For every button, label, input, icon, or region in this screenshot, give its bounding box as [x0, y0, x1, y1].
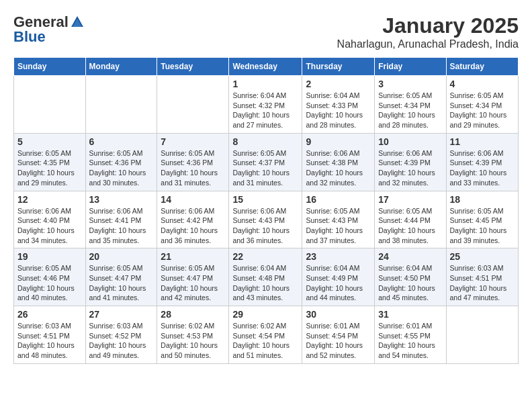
- calendar-cell: 30Sunrise: 6:01 AM Sunset: 4:54 PM Dayli…: [302, 306, 375, 364]
- day-info: Sunrise: 6:05 AM Sunset: 4:47 PM Dayligh…: [161, 263, 225, 303]
- day-info: Sunrise: 6:03 AM Sunset: 4:52 PM Dayligh…: [89, 321, 154, 361]
- day-info: Sunrise: 6:05 AM Sunset: 4:43 PM Dayligh…: [306, 206, 371, 246]
- calendar-cell: 25Sunrise: 6:03 AM Sunset: 4:51 PM Dayli…: [446, 248, 519, 306]
- calendar-cell: 9Sunrise: 6:06 AM Sunset: 4:38 PM Daylig…: [302, 133, 375, 191]
- logo-icon: [70, 15, 85, 30]
- day-info: Sunrise: 6:05 AM Sunset: 4:36 PM Dayligh…: [161, 148, 225, 188]
- calendar-cell: 3Sunrise: 6:05 AM Sunset: 4:34 PM Daylig…: [375, 76, 446, 134]
- calendar-cell: 26Sunrise: 6:03 AM Sunset: 4:51 PM Dayli…: [14, 306, 86, 364]
- week-row-2: 5Sunrise: 6:05 AM Sunset: 4:35 PM Daylig…: [14, 133, 519, 191]
- calendar-cell: 7Sunrise: 6:05 AM Sunset: 4:36 PM Daylig…: [157, 133, 229, 191]
- calendar-cell: 15Sunrise: 6:06 AM Sunset: 4:43 PM Dayli…: [229, 191, 302, 248]
- day-number: 20: [89, 251, 154, 262]
- calendar-cell: 6Sunrise: 6:05 AM Sunset: 4:36 PM Daylig…: [85, 133, 157, 191]
- day-header-thursday: Thursday: [302, 58, 375, 76]
- logo-blue-text: Blue: [13, 28, 46, 46]
- day-info: Sunrise: 6:04 AM Sunset: 4:33 PM Dayligh…: [306, 91, 371, 130]
- calendar-cell: 4Sunrise: 6:05 AM Sunset: 4:34 PM Daylig…: [446, 76, 519, 134]
- day-number: 16: [306, 194, 371, 205]
- day-number: 1: [232, 79, 298, 89]
- day-info: Sunrise: 6:06 AM Sunset: 4:40 PM Dayligh…: [17, 206, 82, 246]
- title-section: January 2025 Naharlagun, Arunachal Prade…: [337, 13, 519, 50]
- calendar-cell: [85, 76, 157, 134]
- day-number: 23: [306, 251, 371, 262]
- day-number: 26: [17, 309, 82, 320]
- calendar-cell: 18Sunrise: 6:05 AM Sunset: 4:45 PM Dayli…: [446, 191, 519, 248]
- day-number: 28: [161, 309, 225, 320]
- day-info: Sunrise: 6:05 AM Sunset: 4:47 PM Dayligh…: [89, 263, 154, 303]
- calendar-cell: 11Sunrise: 6:06 AM Sunset: 4:39 PM Dayli…: [446, 133, 519, 191]
- day-info: Sunrise: 6:02 AM Sunset: 4:53 PM Dayligh…: [161, 321, 225, 361]
- week-row-1: 1Sunrise: 6:04 AM Sunset: 4:32 PM Daylig…: [14, 76, 519, 134]
- calendar-cell: 14Sunrise: 6:06 AM Sunset: 4:42 PM Dayli…: [157, 191, 229, 248]
- calendar-cell: 29Sunrise: 6:02 AM Sunset: 4:54 PM Dayli…: [229, 306, 302, 364]
- day-number: 31: [378, 309, 442, 320]
- day-info: Sunrise: 6:03 AM Sunset: 4:51 PM Dayligh…: [17, 321, 82, 361]
- calendar-cell: 22Sunrise: 6:04 AM Sunset: 4:48 PM Dayli…: [229, 248, 302, 306]
- day-number: 18: [450, 194, 515, 205]
- day-number: 15: [232, 194, 298, 205]
- calendar-subtitle: Naharlagun, Arunachal Pradesh, India: [337, 38, 519, 50]
- day-number: 29: [232, 309, 298, 320]
- day-number: 14: [161, 194, 225, 205]
- page-header: General Blue January 2025 Naharlagun, Ar…: [13, 13, 519, 50]
- day-number: 11: [450, 136, 515, 147]
- day-info: Sunrise: 6:05 AM Sunset: 4:37 PM Dayligh…: [232, 148, 298, 188]
- day-info: Sunrise: 6:05 AM Sunset: 4:45 PM Dayligh…: [450, 206, 515, 246]
- calendar-cell: [446, 306, 519, 364]
- day-info: Sunrise: 6:05 AM Sunset: 4:34 PM Dayligh…: [378, 91, 442, 130]
- calendar-cell: 13Sunrise: 6:06 AM Sunset: 4:41 PM Dayli…: [85, 191, 157, 248]
- calendar-cell: 8Sunrise: 6:05 AM Sunset: 4:37 PM Daylig…: [229, 133, 302, 191]
- week-row-3: 12Sunrise: 6:06 AM Sunset: 4:40 PM Dayli…: [14, 191, 519, 248]
- calendar-cell: 16Sunrise: 6:05 AM Sunset: 4:43 PM Dayli…: [302, 191, 375, 248]
- day-info: Sunrise: 6:06 AM Sunset: 4:42 PM Dayligh…: [161, 206, 225, 246]
- calendar-title: January 2025: [337, 13, 519, 38]
- day-number: 25: [450, 251, 515, 262]
- calendar-cell: 27Sunrise: 6:03 AM Sunset: 4:52 PM Dayli…: [85, 306, 157, 364]
- logo: General Blue: [13, 13, 85, 46]
- day-number: 30: [306, 309, 371, 320]
- day-header-monday: Monday: [85, 58, 157, 76]
- week-row-4: 19Sunrise: 6:05 AM Sunset: 4:46 PM Dayli…: [14, 248, 519, 306]
- day-number: 5: [17, 136, 82, 147]
- day-info: Sunrise: 6:06 AM Sunset: 4:38 PM Dayligh…: [306, 148, 371, 188]
- day-number: 19: [17, 251, 82, 262]
- day-info: Sunrise: 6:05 AM Sunset: 4:44 PM Dayligh…: [378, 206, 442, 246]
- day-info: Sunrise: 6:01 AM Sunset: 4:55 PM Dayligh…: [378, 321, 442, 361]
- day-header-wednesday: Wednesday: [229, 58, 302, 76]
- day-number: 22: [232, 251, 298, 262]
- day-info: Sunrise: 6:04 AM Sunset: 4:50 PM Dayligh…: [378, 263, 442, 303]
- calendar-cell: 17Sunrise: 6:05 AM Sunset: 4:44 PM Dayli…: [375, 191, 446, 248]
- day-info: Sunrise: 6:03 AM Sunset: 4:51 PM Dayligh…: [450, 263, 515, 303]
- calendar-cell: 24Sunrise: 6:04 AM Sunset: 4:50 PM Dayli…: [375, 248, 446, 306]
- calendar-cell: 1Sunrise: 6:04 AM Sunset: 4:32 PM Daylig…: [229, 76, 302, 134]
- day-info: Sunrise: 6:04 AM Sunset: 4:32 PM Dayligh…: [232, 91, 298, 130]
- day-header-friday: Friday: [375, 58, 446, 76]
- calendar-cell: 21Sunrise: 6:05 AM Sunset: 4:47 PM Dayli…: [157, 248, 229, 306]
- day-number: 8: [232, 136, 298, 147]
- day-number: 6: [89, 136, 154, 147]
- day-header-sunday: Sunday: [14, 58, 86, 76]
- day-info: Sunrise: 6:01 AM Sunset: 4:54 PM Dayligh…: [306, 321, 371, 361]
- day-info: Sunrise: 6:06 AM Sunset: 4:41 PM Dayligh…: [89, 206, 154, 246]
- day-info: Sunrise: 6:06 AM Sunset: 4:39 PM Dayligh…: [378, 148, 442, 188]
- day-header-tuesday: Tuesday: [157, 58, 229, 76]
- calendar-cell: 19Sunrise: 6:05 AM Sunset: 4:46 PM Dayli…: [14, 248, 86, 306]
- calendar-cell: [14, 76, 86, 134]
- calendar-cell: 31Sunrise: 6:01 AM Sunset: 4:55 PM Dayli…: [375, 306, 446, 364]
- day-header-row: SundayMondayTuesdayWednesdayThursdayFrid…: [14, 58, 519, 76]
- calendar-cell: 23Sunrise: 6:04 AM Sunset: 4:49 PM Dayli…: [302, 248, 375, 306]
- day-number: 17: [378, 194, 442, 205]
- day-number: 10: [378, 136, 442, 147]
- calendar-cell: 10Sunrise: 6:06 AM Sunset: 4:39 PM Dayli…: [375, 133, 446, 191]
- day-info: Sunrise: 6:04 AM Sunset: 4:49 PM Dayligh…: [306, 263, 371, 303]
- day-header-saturday: Saturday: [446, 58, 519, 76]
- day-info: Sunrise: 6:06 AM Sunset: 4:39 PM Dayligh…: [450, 148, 515, 188]
- day-number: 21: [161, 251, 225, 262]
- day-number: 4: [450, 79, 515, 89]
- calendar-cell: 12Sunrise: 6:06 AM Sunset: 4:40 PM Dayli…: [14, 191, 86, 248]
- calendar-cell: 28Sunrise: 6:02 AM Sunset: 4:53 PM Dayli…: [157, 306, 229, 364]
- day-info: Sunrise: 6:05 AM Sunset: 4:34 PM Dayligh…: [450, 91, 515, 130]
- day-number: 9: [306, 136, 371, 147]
- day-number: 12: [17, 194, 82, 205]
